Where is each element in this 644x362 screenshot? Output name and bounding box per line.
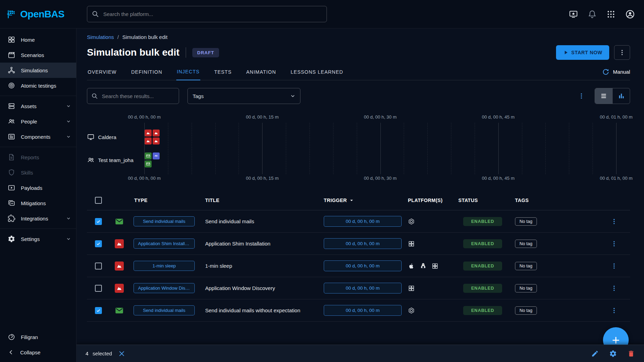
row-menu-kebab-icon[interactable] — [611, 285, 618, 292]
sidebar-item-skills: Skills — [0, 165, 76, 180]
tab-lessons-learned[interactable]: LESSONS LEARNED — [290, 64, 344, 80]
caldera-inject-icon — [115, 262, 124, 271]
row-checkbox[interactable] — [95, 263, 102, 270]
tag-chip: No tag — [515, 262, 537, 270]
row-menu-kebab-icon[interactable] — [611, 218, 618, 225]
injects-table: TYPE TITLE TRIGGER PLATFORM(S) STATUS TA… — [87, 190, 630, 322]
row-menu-kebab-icon[interactable] — [611, 240, 618, 247]
sidebar-item-assets[interactable]: Assets — [0, 98, 76, 114]
breadcrumb-simulations-link[interactable]: Simulations — [87, 34, 114, 40]
email-inject-icon[interactable] — [145, 153, 152, 160]
screen-share-button[interactable] — [569, 10, 578, 19]
row-checkbox[interactable] — [95, 307, 102, 314]
bulk-update-button[interactable] — [609, 350, 617, 357]
manual-inject-icon[interactable] — [153, 153, 160, 160]
sidebar-item-integrations[interactable]: Integrations — [0, 211, 76, 226]
openbas-logo-icon — [7, 9, 17, 19]
column-header-title[interactable]: TITLE — [200, 198, 322, 203]
sidebar-divider — [0, 96, 76, 96]
column-header-tags[interactable]: TAGS — [509, 198, 598, 203]
tab-tests[interactable]: TESTS — [214, 64, 232, 80]
team-icon — [87, 156, 95, 164]
row-checkbox[interactable] — [95, 240, 102, 247]
notifications-bell-icon[interactable] — [588, 10, 597, 19]
row-menu-kebab-icon[interactable] — [611, 307, 618, 314]
sidebar-item-payloads[interactable]: Payloads — [0, 180, 76, 195]
caldera-inject-icon[interactable] — [145, 138, 152, 145]
filigran-logo-icon — [8, 333, 15, 341]
header-menu-kebab-button[interactable] — [614, 45, 630, 60]
row-checkbox[interactable] — [95, 218, 102, 225]
update-mode: Manual — [602, 68, 630, 76]
internal-platform-icon — [408, 307, 415, 314]
start-now-button[interactable]: START NOW — [556, 45, 609, 60]
pencil-icon — [591, 350, 599, 357]
caldera-inject-icon[interactable] — [153, 138, 160, 145]
tab-animation[interactable]: ANIMATION — [245, 64, 277, 80]
chevron-down-icon — [66, 119, 71, 124]
email-inject-icon — [115, 217, 124, 226]
windows-platform-icon — [408, 285, 415, 292]
column-header-status[interactable]: STATUS — [456, 198, 509, 203]
kebab-icon — [619, 49, 626, 56]
sidebar-item-mitigations[interactable]: Mitigations — [0, 195, 76, 211]
timeline-row-caldera: Caldera — [87, 126, 616, 148]
row-checkbox[interactable] — [95, 285, 102, 292]
tags-filter-select[interactable]: Tags — [187, 88, 300, 104]
refresh-icon[interactable] — [602, 68, 610, 76]
tag-chip: No tag — [515, 306, 537, 315]
sidebar-item-filigran[interactable]: Filigran — [0, 329, 76, 345]
table-row[interactable]: Application Shim Installation Applicatio… — [87, 233, 630, 255]
column-header-trigger[interactable]: TRIGGER — [322, 197, 405, 203]
caldera-inject-icon[interactable] — [153, 130, 160, 137]
list-view-toggle[interactable] — [595, 88, 612, 104]
linux-platform-icon — [420, 263, 427, 270]
table-row[interactable]: Application Window Discovery Application… — [87, 277, 630, 299]
results-search-input[interactable] — [87, 88, 179, 104]
sidebar-collapse-button[interactable]: Collapse — [0, 345, 76, 360]
bar-chart-icon — [618, 92, 625, 99]
app-logo[interactable]: OpenBAS — [0, 9, 87, 20]
platform-search — [87, 6, 327, 22]
clear-selection-button[interactable] — [118, 350, 125, 357]
view-toggle-group — [595, 88, 630, 104]
table-row[interactable]: 1-min sleep 1-min sleep 00 d, 00 h, 00 m… — [87, 255, 630, 277]
bulk-delete-button[interactable] — [627, 350, 635, 357]
sidebar-item-home[interactable]: Home — [0, 32, 76, 47]
tab-overview[interactable]: OVERVIEW — [87, 64, 117, 80]
sidebar-item-people[interactable]: People — [0, 114, 76, 129]
sidebar-divider — [0, 147, 76, 147]
inject-title: 1-min sleep — [200, 263, 322, 269]
assets-icon — [8, 102, 15, 110]
inject-icon-cluster — [145, 153, 160, 168]
scenarios-icon — [8, 51, 15, 59]
caldera-inject-icon — [115, 284, 124, 293]
bulk-edit-button[interactable] — [591, 350, 599, 357]
sidebar-item-scenarios[interactable]: Scenarios — [0, 47, 76, 63]
search-icon — [91, 10, 99, 18]
selection-toolbar: 4 selected — [77, 345, 644, 362]
chart-view-toggle[interactable] — [612, 88, 630, 104]
account-avatar-icon[interactable] — [625, 9, 635, 19]
table-row[interactable]: Send individual mails Send individual ma… — [87, 210, 630, 233]
windows-platform-icon — [408, 240, 415, 247]
sidebar-item-atomic-testings[interactable]: Atomic testings — [0, 78, 76, 93]
caldera-inject-icon[interactable] — [145, 130, 152, 137]
tab-injects[interactable]: INJECTS — [176, 64, 200, 80]
inject-type-chip: Send individual mails — [134, 216, 195, 226]
row-menu-kebab-icon[interactable] — [611, 263, 618, 270]
select-all-checkbox[interactable] — [95, 197, 102, 204]
filters-kebab-icon[interactable] — [578, 92, 585, 99]
apps-grid-icon[interactable] — [606, 10, 615, 19]
sidebar-item-components[interactable]: Components — [0, 129, 76, 144]
sidebar-item-simulations[interactable]: Simulations — [0, 63, 76, 78]
email-inject-icon[interactable] — [145, 161, 152, 168]
tab-definition[interactable]: DEFINITION — [130, 64, 163, 80]
inject-type-chip: Application Shim Installation — [134, 239, 195, 249]
chevron-down-icon — [66, 216, 71, 221]
table-row[interactable]: Send individual mails Send individual ma… — [87, 299, 630, 322]
column-header-platforms[interactable]: PLATFORM(S) — [405, 198, 456, 203]
sidebar-item-settings[interactable]: Settings — [0, 231, 76, 247]
column-header-type[interactable]: TYPE — [129, 198, 200, 203]
platform-search-input[interactable] — [87, 6, 327, 22]
